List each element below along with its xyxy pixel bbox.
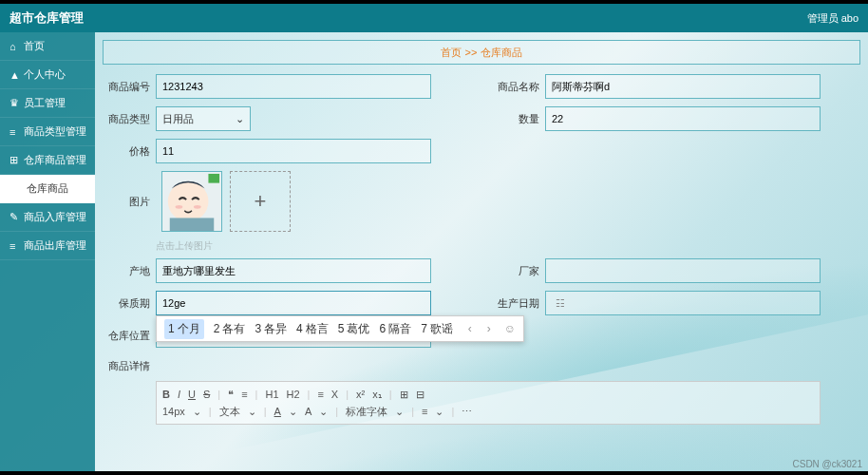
font-size-select[interactable]: 14px <box>162 406 185 417</box>
quantity-label: 数量 <box>492 112 539 126</box>
list-icon: ≡ <box>9 126 19 138</box>
font-family-select[interactable]: 标准字体 <box>346 405 387 419</box>
home-icon: ⌂ <box>9 41 19 52</box>
edit-icon: ✎ <box>9 211 19 223</box>
text-type-select[interactable]: 文本 <box>219 405 240 419</box>
ime-candidate-bar[interactable]: 1 个月 2 各有 3 各异 4 格言 5 葛优 6 隔音 7 歌谣 ‹ › ☺ <box>156 315 524 342</box>
sidebar-sub-warehouse-product[interactable]: 仓库商品 <box>0 175 95 203</box>
chevron-down-icon: ⌄ <box>193 406 201 418</box>
crown-icon: ♛ <box>9 97 19 109</box>
sidebar-item-stock-out[interactable]: ≡商品出库管理 <box>0 232 95 260</box>
h1-button[interactable]: H1 <box>265 389 278 400</box>
superscript-button[interactable]: x² <box>356 389 365 400</box>
product-form: 商品编号 商品名称 商品类型 日用品 ⌄ 数量 <box>103 70 860 425</box>
price-input[interactable] <box>156 139 431 163</box>
ime-candidate-4[interactable]: 4 格言 <box>296 321 329 337</box>
app-header: 超市仓库管理 管理员 abo <box>0 4 868 32</box>
upload-hint: 点击上传图片 <box>156 239 860 253</box>
ime-candidate-3[interactable]: 3 各异 <box>255 321 287 337</box>
user-icon: ▲ <box>9 69 19 81</box>
chevron-down-icon: ⌄ <box>395 406 404 418</box>
breadcrumb-current: 仓库商品 <box>481 46 522 60</box>
production-date-input[interactable]: ☷ <box>545 291 821 315</box>
app-title: 超市仓库管理 <box>9 10 84 27</box>
align-button[interactable]: ≡ <box>317 389 323 400</box>
ime-candidate-6[interactable]: 6 隔音 <box>379 321 411 337</box>
calendar-icon: ☷ <box>556 297 565 310</box>
clear-button[interactable]: X <box>331 389 338 400</box>
indent-button[interactable]: ⊞ <box>400 389 408 401</box>
user-info[interactable]: 管理员 abo <box>807 11 859 26</box>
price-label: 价格 <box>103 144 150 159</box>
italic-button[interactable]: I <box>178 389 180 400</box>
manufacturer-label: 厂家 <box>492 264 539 278</box>
rich-text-toolbar: B I U S | ❝ ≡ | H1 H2 | ≡ X | x² x₁ | <box>156 381 821 425</box>
quantity-input[interactable] <box>545 106 821 131</box>
main-content: 首页 >> 仓库商品 商品编号 商品名称 商品类型 日用品 <box>103 40 860 471</box>
sidebar-item-warehouse-product[interactable]: ⊞仓库商品管理 <box>0 146 95 175</box>
breadcrumb-home[interactable]: 首页 <box>441 46 462 60</box>
details-label: 商品详情 <box>103 359 150 373</box>
ime-prev-icon[interactable]: ‹ <box>468 322 472 335</box>
align-left-button[interactable]: ≡ <box>422 406 427 417</box>
svg-point-2 <box>168 181 209 222</box>
subscript-button[interactable]: x₁ <box>372 389 382 401</box>
sidebar-item-stock-in[interactable]: ✎商品入库管理 <box>0 203 95 232</box>
svg-rect-5 <box>170 218 215 231</box>
sidebar-item-staff[interactable]: ♛员工管理 <box>0 89 95 118</box>
breadcrumb: 首页 >> 仓库商品 <box>103 40 860 65</box>
h2-button[interactable]: H2 <box>287 389 300 400</box>
sidebar-item-profile[interactable]: ▲个人中心 <box>0 61 95 89</box>
sidebar: ⌂首页 ▲个人中心 ♛员工管理 ≡商品类型管理 ⊞仓库商品管理 仓库商品 ✎商品… <box>0 32 95 471</box>
grid-icon: ⊞ <box>9 154 19 166</box>
shelf-life-label: 保质期 <box>103 296 150 311</box>
origin-label: 产地 <box>103 264 150 278</box>
product-type-label: 商品类型 <box>103 112 150 126</box>
product-code-label: 商品编号 <box>103 80 150 94</box>
product-image-thumb[interactable] <box>161 171 222 232</box>
ime-candidate-1[interactable]: 1 个月 <box>164 319 204 339</box>
list-icon: ≡ <box>9 240 19 252</box>
avatar-illustration-icon <box>162 172 221 231</box>
ime-candidate-7[interactable]: 7 歌谣 <box>421 321 453 337</box>
origin-input[interactable] <box>156 258 431 283</box>
image-label: 图片 <box>103 195 150 209</box>
product-name-input[interactable] <box>545 74 821 99</box>
chevron-down-icon: ⌄ <box>248 406 256 418</box>
underline-button[interactable]: U <box>188 389 196 400</box>
svg-point-4 <box>194 205 201 209</box>
quote-button[interactable]: ❝ <box>228 389 234 401</box>
plus-icon: + <box>255 189 267 214</box>
list-button[interactable]: ≡ <box>241 389 247 400</box>
svg-point-3 <box>176 205 183 209</box>
sidebar-item-product-type[interactable]: ≡商品类型管理 <box>0 118 95 146</box>
sidebar-item-home[interactable]: ⌂首页 <box>0 32 95 61</box>
bold-button[interactable]: B <box>162 389 170 400</box>
product-code-input[interactable] <box>156 74 431 99</box>
chevron-down-icon: ⌄ <box>236 113 244 125</box>
bg-color-button[interactable]: A <box>305 406 311 417</box>
ime-candidate-5[interactable]: 5 葛优 <box>338 321 370 337</box>
chevron-down-icon: ⌄ <box>435 406 443 418</box>
more-button[interactable]: ⋯ <box>462 406 472 418</box>
watermark: CSDN @ck3021 <box>792 459 862 469</box>
strike-button[interactable]: S <box>203 389 210 400</box>
manufacturer-input[interactable] <box>545 258 821 283</box>
production-date-label: 生产日期 <box>492 296 539 311</box>
ime-next-icon[interactable]: › <box>487 322 491 335</box>
add-image-button[interactable]: + <box>230 171 291 232</box>
shelf-life-input[interactable] <box>156 291 431 315</box>
chevron-down-icon: ⌄ <box>319 406 328 418</box>
warehouse-location-label: 仓库位置 <box>103 329 150 343</box>
product-type-select[interactable]: 日用品 ⌄ <box>156 106 251 131</box>
chevron-down-icon: ⌄ <box>289 406 297 418</box>
ime-emoji-icon[interactable]: ☺ <box>504 322 516 335</box>
ime-candidate-2[interactable]: 2 各有 <box>214 321 246 337</box>
svg-rect-1 <box>208 174 219 183</box>
font-color-button[interactable]: A <box>274 406 281 417</box>
outdent-button[interactable]: ⊟ <box>416 389 425 401</box>
product-name-label: 商品名称 <box>492 80 539 94</box>
